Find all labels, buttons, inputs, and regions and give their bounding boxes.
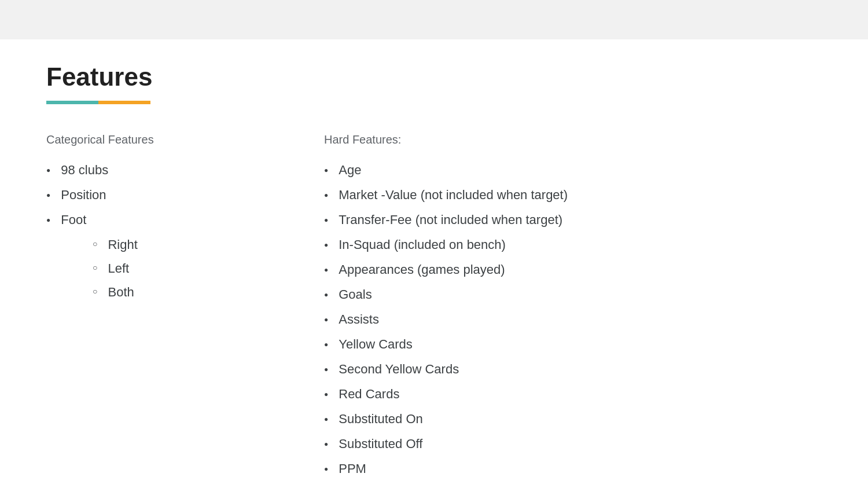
- two-col-layout: Categorical Features 98 clubs Position F…: [46, 127, 822, 488]
- list-item-second-yellow-cards: Second Yellow Cards: [324, 359, 822, 379]
- list-item-text: 98 clubs: [61, 160, 108, 179]
- left-column: Categorical Features 98 clubs Position F…: [46, 127, 324, 488]
- list-item-red-cards: Red Cards: [324, 384, 822, 403]
- list-item-text: Position: [61, 185, 106, 204]
- sub-list-item-text: Both: [108, 282, 134, 302]
- sub-list-item: Right: [46, 235, 324, 254]
- list-item-text: Yellow Cards: [339, 335, 413, 354]
- page-title: Features: [46, 63, 822, 91]
- list-item-substituted-on: Substituted On: [324, 409, 822, 428]
- list-item: Appearances (games played): [324, 260, 822, 279]
- list-item-text: PPM: [339, 459, 366, 478]
- list-item-foot: Foot: [46, 210, 324, 229]
- underline-teal: [46, 101, 98, 104]
- list-item-text: Second Yellow Cards: [339, 359, 459, 379]
- right-column: Hard Features: Age Market -Value (not in…: [324, 127, 822, 488]
- list-item-minutes-played: Minutes Played: [324, 484, 822, 488]
- top-bar: [0, 0, 868, 39]
- list-item-text: Assists: [339, 310, 379, 329]
- list-item-text: Goals: [339, 285, 372, 304]
- sub-list-item-text: Right: [108, 235, 137, 254]
- list-item-text: Market -Value (not included when target): [339, 185, 568, 204]
- categorical-features-list: 98 clubs Position Foot: [46, 160, 324, 229]
- list-item-text: Red Cards: [339, 384, 399, 403]
- list-item-ppm: PPM: [324, 459, 822, 478]
- foot-sub-list: Right Left Both: [46, 235, 324, 302]
- list-item-text: Substituted Off: [339, 434, 422, 453]
- list-item-text: Age: [339, 160, 361, 179]
- list-item-text: Appearances (games played): [339, 260, 505, 279]
- title-underline: [46, 101, 150, 104]
- list-item: Position: [46, 185, 324, 204]
- list-item-text: Transfer-Fee (not included when target): [339, 210, 562, 229]
- list-item-substituted-off: Substituted Off: [324, 434, 822, 453]
- hard-features-list: Age Market -Value (not included when tar…: [324, 160, 822, 488]
- sub-list-item-text: Left: [108, 259, 129, 278]
- list-item-text: Substituted On: [339, 409, 423, 428]
- list-item-text: Minutes Played: [339, 484, 425, 488]
- list-item: Age: [324, 160, 822, 179]
- list-item: Market -Value (not included when target): [324, 185, 822, 204]
- sub-list-item: Both: [46, 282, 324, 302]
- list-item: Transfer-Fee (not included when target): [324, 210, 822, 229]
- list-item: In-Squad (included on bench): [324, 235, 822, 254]
- list-item: Goals: [324, 285, 822, 304]
- categorical-features-label: Categorical Features: [46, 133, 324, 146]
- sub-list-item: Left: [46, 259, 324, 278]
- list-item: 98 clubs: [46, 160, 324, 179]
- list-item-text: Foot: [61, 210, 86, 229]
- list-item: Assists: [324, 310, 822, 329]
- list-item-yellow-cards: Yellow Cards: [324, 335, 822, 354]
- main-content: Features Categorical Features 98 clubs P…: [0, 39, 868, 488]
- hard-features-label: Hard Features:: [324, 133, 822, 146]
- underline-orange: [98, 101, 150, 104]
- list-item-text: In-Squad (included on bench): [339, 235, 506, 254]
